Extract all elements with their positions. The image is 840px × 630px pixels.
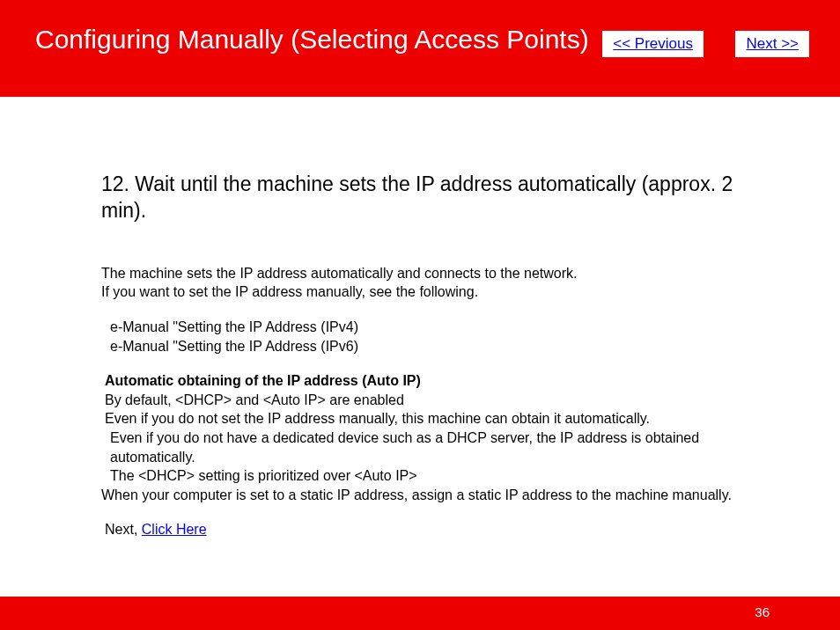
next-button[interactable]: Next >> <box>735 31 809 57</box>
auto-ip-line-1: By default, <DHCP> and <Auto IP> are ena… <box>101 391 739 410</box>
next-prefix: Next, <box>105 522 142 537</box>
footer-bar: 36 <box>0 597 840 630</box>
previous-button[interactable]: << Previous <box>602 31 704 57</box>
body-text: The machine sets the IP address automati… <box>101 264 739 539</box>
auto-ip-heading: Automatic obtaining of the IP address (A… <box>101 371 739 391</box>
auto-ip-line-2: Even if you do not set the IP address ma… <box>101 409 739 429</box>
intro-line-1: The machine sets the IP address automati… <box>101 264 739 283</box>
auto-ip-line-4: The <DHCP> setting is prioritized over <… <box>101 466 739 486</box>
step-heading: 12. Wait until the machine sets the IP a… <box>101 172 739 224</box>
next-line: Next, Click Here <box>101 520 739 539</box>
emanual-ref-ipv4: e-Manual "Setting the IP Address (IPv4) <box>101 318 739 337</box>
intro-line-2: If you want to set the IP address manual… <box>101 282 739 302</box>
header-bar: Configuring Manually (Selecting Access P… <box>0 0 840 97</box>
emanual-ref-ipv6: e-Manual "Setting the IP Address (IPv6) <box>101 337 739 356</box>
click-here-link[interactable]: Click Here <box>142 522 207 537</box>
page-number: 36 <box>755 604 770 619</box>
auto-ip-line-5: When your computer is set to a static IP… <box>101 486 739 505</box>
content-area: 12. Wait until the machine sets the IP a… <box>0 97 840 539</box>
page-title: Configuring Manually (Selecting Access P… <box>35 25 589 55</box>
auto-ip-line-3: Even if you do not have a dedicated devi… <box>101 429 739 466</box>
